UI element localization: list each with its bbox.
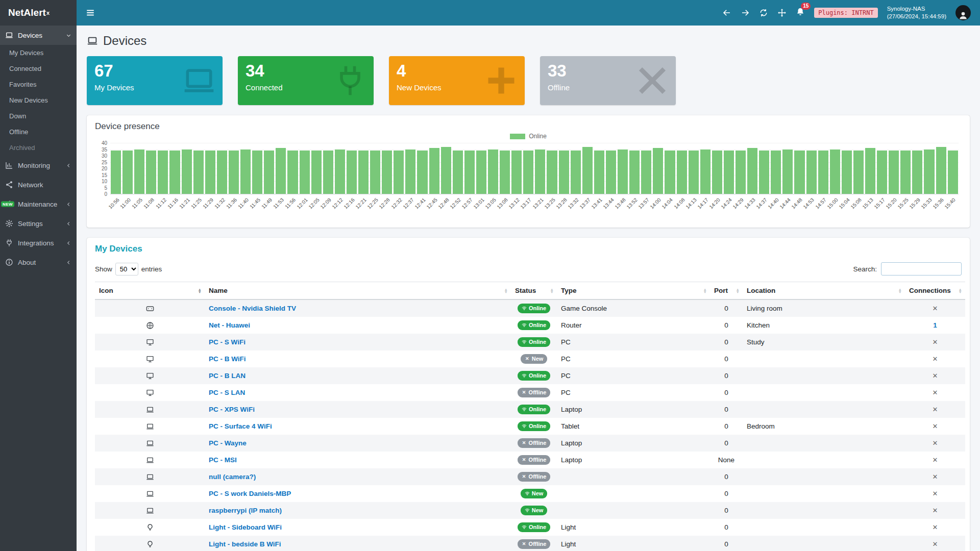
- no-connection-icon[interactable]: ✕: [933, 305, 938, 312]
- status-badge: Online: [518, 371, 550, 381]
- brand-logo[interactable]: NetAlertx: [0, 0, 77, 26]
- plugins-status-badge[interactable]: Plugins: INTRNT: [814, 8, 877, 18]
- sidebar-toggle-icon[interactable]: [86, 8, 95, 17]
- status-badge: ✕Offline: [518, 388, 551, 397]
- status-badge: Online: [518, 320, 550, 330]
- x-axis-tick-label: 14:29: [731, 197, 744, 210]
- no-connection-icon[interactable]: ✕: [933, 540, 938, 548]
- sidebar-subitem-down[interactable]: Down: [0, 108, 77, 124]
- y-axis-tick-label: 30: [95, 153, 107, 159]
- no-connection-icon[interactable]: ✕: [933, 456, 938, 464]
- x-axis-tick-label: 11:21: [178, 197, 191, 210]
- sort-icon[interactable]: ▲▼: [550, 288, 554, 293]
- connections-count-link[interactable]: 1: [933, 321, 937, 329]
- sidebar-subitem-archived[interactable]: Archived: [0, 140, 77, 156]
- device-name-link[interactable]: PC - MSI: [209, 456, 237, 464]
- device-name-link[interactable]: Net - Huawei: [209, 321, 250, 329]
- sidebar-item-about[interactable]: About: [0, 253, 77, 272]
- device-name-link[interactable]: PC - S LAN: [209, 389, 245, 396]
- no-connection-icon[interactable]: ✕: [933, 406, 938, 413]
- no-connection-icon[interactable]: ✕: [933, 389, 938, 396]
- no-connection-icon[interactable]: ✕: [933, 422, 938, 430]
- device-name-link[interactable]: Light - bedside B WiFi: [209, 540, 281, 548]
- column-header-location[interactable]: Location▲▼: [743, 282, 905, 300]
- chart-bar: [347, 151, 357, 194]
- sort-icon[interactable]: ▲▼: [898, 288, 902, 293]
- no-connection-icon[interactable]: ✕: [933, 355, 938, 363]
- table-row: PC - S work Daniels-MBPNew0✕: [95, 485, 965, 502]
- no-connection-icon[interactable]: ✕: [933, 473, 938, 481]
- user-avatar[interactable]: [955, 5, 971, 20]
- no-connection-icon[interactable]: ✕: [933, 490, 938, 497]
- sidebar-subitem-connected[interactable]: Connected: [0, 61, 77, 77]
- column-header-connections[interactable]: Connections▲▼: [905, 282, 965, 300]
- sort-icon[interactable]: ▲▼: [959, 288, 962, 293]
- sidebar-subitem-new-devices[interactable]: New Devices: [0, 92, 77, 108]
- no-connection-icon[interactable]: ✕: [933, 439, 938, 447]
- sidebar-item-network[interactable]: Network: [0, 175, 77, 194]
- device-name-link[interactable]: PC - B LAN: [209, 372, 246, 380]
- column-header-port[interactable]: Port▲▼: [710, 282, 743, 300]
- device-name-link[interactable]: PC - S work Daniels-MBP: [209, 490, 291, 497]
- no-connection-icon[interactable]: ✕: [933, 523, 938, 531]
- back-arrow-icon[interactable]: [722, 8, 731, 17]
- column-header-name[interactable]: Name▲▼: [205, 282, 511, 300]
- chart-bar: [217, 151, 227, 194]
- refresh-icon[interactable]: [759, 8, 768, 17]
- x-axis-tick-label: 11:32: [213, 197, 226, 210]
- stat-card-my-devices[interactable]: 67My Devices: [87, 56, 223, 105]
- sidebar-item-settings[interactable]: Settings: [0, 214, 77, 233]
- sidebar-item-monitoring[interactable]: Monitoring: [0, 156, 77, 175]
- notifications-bell[interactable]: 15: [796, 7, 805, 18]
- no-connection-icon[interactable]: ✕: [933, 507, 938, 514]
- chart-legend[interactable]: Online: [95, 133, 962, 140]
- column-header-type[interactable]: Type▲▼: [557, 282, 710, 300]
- stat-card-offline[interactable]: 33Offline: [540, 56, 676, 105]
- device-name-link[interactable]: PC - Wayne: [209, 439, 247, 447]
- x-axis-tick-label: 11:53: [273, 197, 285, 210]
- page-length-select[interactable]: 50: [115, 263, 138, 276]
- bulb-icon: [145, 540, 155, 548]
- sort-icon[interactable]: ▲▼: [703, 288, 707, 293]
- stat-card-new-devices[interactable]: 4New Devices: [389, 56, 525, 105]
- topbar-main: 15 Plugins: INTRNT Synology-NAS (27/06/2…: [77, 0, 980, 26]
- column-header-icon[interactable]: Icon▲▼: [95, 282, 205, 300]
- y-axis-tick-label: 15: [95, 172, 107, 178]
- column-header-status[interactable]: Status▲▼: [511, 282, 557, 300]
- search-input[interactable]: [881, 262, 962, 276]
- sidebar-item-devices[interactable]: Devices: [0, 26, 77, 45]
- device-name-link[interactable]: PC - B WiFi: [209, 355, 246, 363]
- no-connection-icon[interactable]: ✕: [933, 338, 938, 346]
- sidebar-subitem-favorites[interactable]: Favorites: [0, 77, 77, 92]
- device-name-link[interactable]: PC - XPS WiFi: [209, 406, 255, 413]
- sidebar-subitem-my-devices[interactable]: My Devices: [0, 45, 77, 61]
- no-connection-icon[interactable]: ✕: [933, 372, 938, 380]
- sort-icon[interactable]: ▲▼: [504, 288, 508, 293]
- sort-icon[interactable]: ▲▼: [736, 288, 740, 293]
- chart-bar: [853, 151, 864, 194]
- chart-bar: [724, 151, 734, 194]
- chart-bar: [335, 149, 345, 194]
- table-title-link[interactable]: My Devices: [95, 244, 142, 254]
- sort-icon[interactable]: ▲▼: [198, 288, 202, 293]
- chart-bar: [394, 151, 404, 194]
- plug-icon: [333, 63, 368, 98]
- sidebar-item-maintenance[interactable]: NEWMaintenance: [0, 194, 77, 214]
- x-icon: ✕: [522, 440, 527, 445]
- device-name-link[interactable]: null (camera?): [209, 473, 256, 481]
- device-name-link[interactable]: Light - Sideboard WiFi: [209, 523, 282, 531]
- device-name-link[interactable]: Console - Nvidia Shield TV: [209, 305, 296, 312]
- gear-icon: [5, 219, 13, 228]
- sidebar-item-label: Network: [18, 181, 43, 189]
- stat-card-connected[interactable]: 34Connected: [238, 56, 374, 105]
- move-icon[interactable]: [777, 8, 787, 17]
- sidebar-item-integrations[interactable]: Integrations: [0, 233, 77, 253]
- sidebar-subitem-offline[interactable]: Offline: [0, 124, 77, 140]
- device-name-link[interactable]: PC - Surface 4 WiFi: [209, 422, 272, 430]
- forward-arrow-icon[interactable]: [741, 8, 750, 17]
- device-name-link[interactable]: raspberrypi (IP match): [209, 507, 282, 514]
- device-type-cell: Light: [557, 519, 710, 536]
- x-axis-tick-label: 14:33: [743, 197, 756, 210]
- x-axis-tick-label: 13:57: [638, 197, 650, 210]
- device-name-link[interactable]: PC - S WiFi: [209, 338, 246, 346]
